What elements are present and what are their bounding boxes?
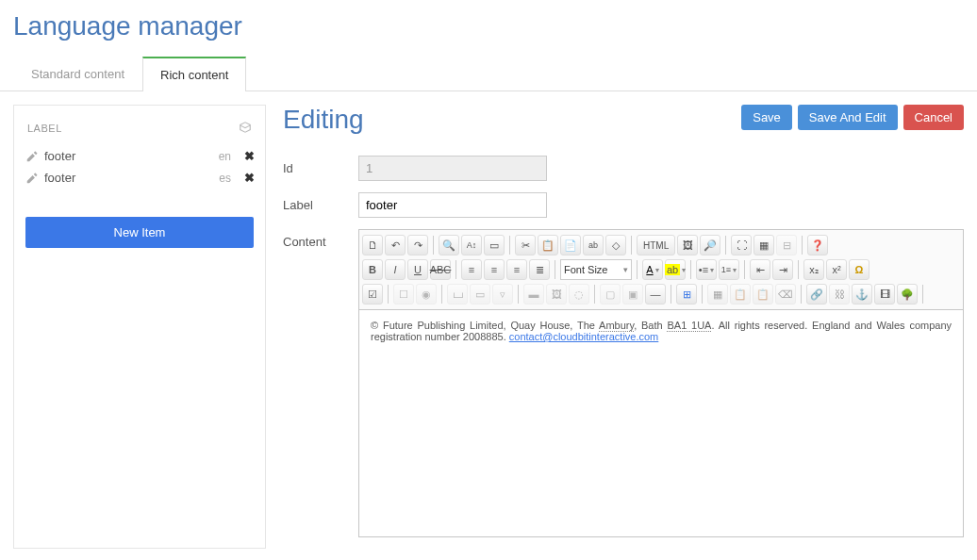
editor-content[interactable]: © Future Publishing Limited, Quay House,… bbox=[359, 310, 963, 536]
delete-icon[interactable]: ✖ bbox=[244, 171, 254, 185]
cancel-button[interactable]: Cancel bbox=[903, 105, 964, 130]
media-icon[interactable]: 🎞 bbox=[874, 284, 895, 305]
button-field-icon[interactable]: ▬ bbox=[523, 284, 544, 305]
superscript-icon[interactable]: x² bbox=[826, 259, 847, 280]
content-email-link[interactable]: contact@cloudbitinteractive.com bbox=[509, 331, 659, 342]
edit-icon[interactable] bbox=[25, 172, 39, 185]
rich-text-editor: 🗋 ↶ ↷ 🔍 A↕ ▭ ✂ 📋 📄 bbox=[358, 229, 964, 537]
list-item: footer es ✖ bbox=[25, 167, 254, 189]
link-icon[interactable]: 🔗 bbox=[806, 284, 827, 305]
save-button[interactable]: Save bbox=[741, 105, 792, 130]
form-icon[interactable]: ☑ bbox=[362, 284, 383, 305]
content-text: BA1 1UA bbox=[667, 320, 711, 332]
hr-icon[interactable]: — bbox=[645, 284, 666, 305]
special-char-icon[interactable]: Ω bbox=[849, 259, 869, 280]
id-label: Id bbox=[283, 156, 358, 175]
sidebar-header: LABEL bbox=[27, 123, 62, 134]
new-doc-icon[interactable]: 🗋 bbox=[362, 235, 383, 255]
textarea-icon[interactable]: ▭ bbox=[470, 284, 490, 305]
hidden-field-icon[interactable]: ◌ bbox=[569, 284, 589, 305]
paste-word-icon[interactable]: 📄 bbox=[560, 235, 581, 255]
paste-text-icon[interactable]: 📋 bbox=[538, 235, 558, 255]
align-right-icon[interactable]: ≡ bbox=[506, 259, 527, 280]
text-color-icon[interactable]: A bbox=[642, 259, 663, 280]
save-and-edit-button[interactable]: Save And Edit bbox=[798, 105, 898, 130]
id-field bbox=[358, 156, 547, 181]
italic-icon[interactable]: I bbox=[385, 259, 406, 280]
align-left-icon[interactable]: ≡ bbox=[461, 259, 482, 280]
pagebreak-icon[interactable]: ⊟ bbox=[776, 235, 797, 255]
preview-icon[interactable]: 🔎 bbox=[700, 235, 720, 255]
show-blocks-icon[interactable]: ▦ bbox=[753, 235, 774, 255]
spellcheck-icon[interactable]: ab bbox=[583, 235, 604, 255]
sidebar: LABEL footer en ✖ footer es ✖ bbox=[13, 105, 266, 549]
iframe-icon[interactable]: ▢ bbox=[600, 284, 621, 305]
content-text: , Bath bbox=[634, 320, 667, 331]
undo-icon[interactable]: ↶ bbox=[385, 235, 406, 255]
strike-icon[interactable]: ABC bbox=[430, 259, 451, 280]
align-center-icon[interactable]: ≡ bbox=[484, 259, 505, 280]
copy-format-icon[interactable]: 📋 bbox=[730, 284, 751, 305]
textfield-icon[interactable]: ⌴ bbox=[447, 284, 468, 305]
bold-icon[interactable]: B bbox=[362, 259, 383, 280]
redo-icon[interactable]: ↷ bbox=[407, 235, 428, 255]
editing-title: Editing bbox=[283, 105, 364, 135]
table-icon[interactable]: ⊞ bbox=[676, 284, 697, 305]
tab-rich-content[interactable]: Rich content bbox=[142, 57, 246, 91]
list-item: footer en ✖ bbox=[25, 145, 254, 167]
outdent-icon[interactable]: ⇤ bbox=[750, 259, 770, 280]
edit-icon[interactable] bbox=[25, 150, 39, 163]
embed-icon[interactable]: 🌳 bbox=[897, 284, 918, 305]
tabs: Standard content Rich content bbox=[0, 57, 977, 91]
anchor-icon[interactable]: ⚓ bbox=[852, 284, 872, 305]
indent-icon[interactable]: ⇥ bbox=[772, 259, 793, 280]
content-label: Content bbox=[283, 229, 358, 249]
clear-format-icon[interactable]: ◇ bbox=[605, 235, 626, 255]
image-button-icon[interactable]: 🖼 bbox=[546, 284, 567, 305]
bullet-list-icon[interactable]: •≡ bbox=[696, 259, 717, 280]
item-lang: en bbox=[219, 150, 231, 163]
template-icon[interactable]: ▦ bbox=[707, 284, 728, 305]
translate-icon[interactable] bbox=[239, 121, 252, 136]
div-icon[interactable]: ▣ bbox=[622, 284, 643, 305]
image-icon[interactable]: 🖼 bbox=[677, 235, 698, 255]
select-all-icon[interactable]: ▭ bbox=[484, 235, 505, 255]
select-field-icon[interactable]: ▿ bbox=[492, 284, 513, 305]
help-icon[interactable]: ❓ bbox=[807, 235, 828, 255]
new-item-button[interactable]: New Item bbox=[25, 217, 254, 248]
align-justify-icon[interactable]: ≣ bbox=[529, 259, 550, 280]
main-panel: Editing Save Save And Edit Cancel Id Lab… bbox=[283, 105, 964, 549]
font-size-select[interactable]: Font Size bbox=[560, 259, 632, 280]
maximize-icon[interactable]: ⛶ bbox=[731, 235, 752, 255]
unlink-icon[interactable]: ⛓ bbox=[829, 284, 850, 305]
radio-icon[interactable]: ◉ bbox=[416, 284, 437, 305]
cut-icon[interactable]: ✂ bbox=[515, 235, 536, 255]
find-icon[interactable]: 🔍 bbox=[439, 235, 459, 255]
label-field[interactable] bbox=[358, 192, 547, 218]
replace-icon[interactable]: A↕ bbox=[461, 235, 482, 255]
delete-icon[interactable]: ✖ bbox=[244, 149, 254, 163]
remove-format-icon[interactable]: ⌫ bbox=[775, 284, 796, 305]
source-html-button[interactable]: HTML bbox=[637, 235, 675, 255]
checkbox-icon[interactable]: ☐ bbox=[393, 284, 414, 305]
tab-standard-content[interactable]: Standard content bbox=[13, 57, 142, 91]
label-label: Label bbox=[283, 192, 358, 212]
content-text: © Future Publishing Limited, Quay House,… bbox=[371, 320, 599, 331]
page-title: Language manager bbox=[0, 0, 977, 57]
editor-toolbar: 🗋 ↶ ↷ 🔍 A↕ ▭ ✂ 📋 📄 bbox=[359, 230, 963, 310]
number-list-icon[interactable]: 1≡ bbox=[719, 259, 739, 280]
underline-icon[interactable]: U bbox=[407, 259, 428, 280]
subscript-icon[interactable]: x₂ bbox=[803, 259, 824, 280]
item-name: footer bbox=[44, 149, 213, 163]
item-lang: es bbox=[219, 172, 231, 185]
bg-color-icon[interactable]: ab bbox=[665, 259, 686, 280]
paste-format-icon[interactable]: 📋 bbox=[753, 284, 773, 305]
item-name: footer bbox=[44, 171, 213, 185]
